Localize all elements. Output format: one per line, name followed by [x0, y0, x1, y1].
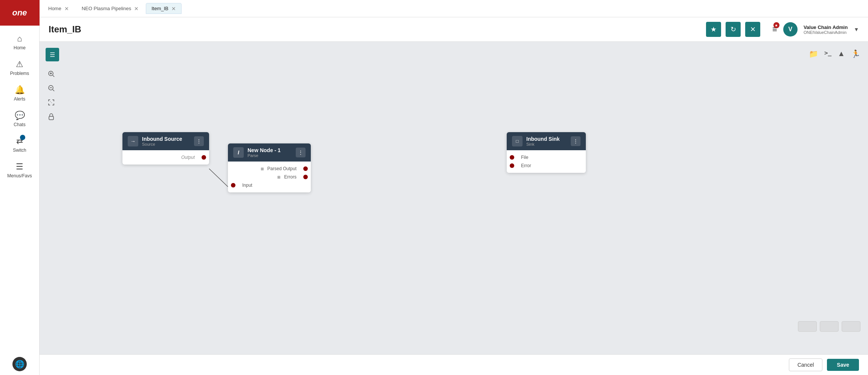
node-inbound-sink-menu[interactable]: ⋮	[571, 136, 581, 146]
menu-badge: ★	[773, 22, 779, 28]
svg-line-1	[53, 75, 54, 77]
footer-bar: Cancel Save	[40, 354, 868, 375]
user-username: ONEIValueChainAdmin	[804, 30, 848, 35]
node-new-node-1-body: ⊞ Parsed Output ⊞ Errors Input	[228, 162, 311, 192]
bell-icon: 🔔	[15, 85, 25, 95]
lock-button[interactable]	[46, 111, 57, 122]
node-inbound-source-header: → Inbound Source Source ⋮	[122, 132, 209, 150]
node-inbound-sink[interactable]: □ Inbound Sink Sink ⋮ File Error	[507, 132, 586, 173]
zoom-in-button[interactable]	[46, 68, 57, 79]
canvas-toolbar: ☰	[46, 48, 59, 61]
grid-icon-parsed: ⊞	[261, 167, 264, 171]
sidebar-item-alerts[interactable]: 🔔 Alerts	[0, 81, 39, 106]
node-inbound-sink-subtitle: Sink	[526, 142, 567, 146]
ghost-btn-2[interactable]	[820, 321, 839, 332]
file-label: File	[521, 155, 528, 160]
switch-badge	[20, 135, 25, 140]
sidebar: one ⌂ Home ⚠ Problems 🔔 Alerts 💬 Chats ⇄…	[0, 0, 40, 375]
input-port[interactable]	[231, 183, 235, 188]
sidebar-item-problems[interactable]: ⚠ Problems	[0, 55, 39, 81]
ghost-btn-3[interactable]	[842, 321, 860, 332]
errors-port[interactable]	[303, 175, 308, 179]
sidebar-item-user-avatar[interactable]: 🌐	[0, 352, 39, 375]
save-button[interactable]: Save	[827, 359, 859, 371]
input-label: Input	[242, 183, 252, 188]
sidebar-item-menus[interactable]: ☰ Menus/Favs	[0, 157, 39, 183]
star-button[interactable]: ★	[706, 22, 721, 37]
port-errors-row: ⊞ Errors	[233, 173, 306, 181]
output-port[interactable]	[202, 155, 206, 160]
home-icon: ⌂	[17, 34, 22, 44]
cancel-button[interactable]: Cancel	[789, 358, 823, 371]
zoom-out-button[interactable]	[46, 82, 57, 94]
parsed-output-port[interactable]	[303, 166, 308, 171]
run-icon[interactable]: 🏃	[850, 48, 862, 60]
canvas-container[interactable]: ☰ 📁 >_ ▲ 🏃	[40, 42, 868, 354]
file-port[interactable]	[510, 155, 514, 160]
error-port[interactable]	[510, 163, 514, 168]
svg-line-5	[53, 90, 54, 91]
sidebar-item-switch[interactable]: ⇄ Switch	[0, 132, 39, 157]
sidebar-label-alerts: Alerts	[14, 96, 26, 102]
user-name: Value Chain Admin	[804, 24, 848, 30]
tab-item-ib-label: Item_IB	[151, 6, 168, 11]
tab-item-ib-close[interactable]: ✕	[171, 6, 176, 11]
canvas-toolbar-right: 📁 >_ ▲ 🏃	[807, 48, 862, 60]
node-inbound-sink-header: □ Inbound Sink Sink ⋮	[507, 132, 586, 150]
error-label: Error	[521, 163, 531, 168]
sidebar-label-problems: Problems	[10, 71, 29, 76]
sidebar-item-chats[interactable]: 💬 Chats	[0, 106, 39, 132]
sidebar-label-chats: Chats	[14, 122, 25, 127]
node-inbound-source-menu[interactable]: ⋮	[194, 136, 204, 146]
terminal-icon[interactable]: >_	[823, 48, 833, 60]
tab-item-ib[interactable]: Item_IB ✕	[146, 3, 182, 14]
refresh-button[interactable]: ↻	[726, 22, 741, 37]
sidebar-label-menus: Menus/Favs	[7, 173, 32, 178]
port-file-row: File	[512, 153, 581, 162]
app-logo[interactable]: one	[0, 0, 40, 26]
port-input-row: Input	[233, 181, 306, 189]
node-inbound-sink-title-wrap: Inbound Sink Sink	[526, 136, 567, 146]
user-avatar: V	[783, 22, 798, 37]
svg-rect-8	[49, 116, 53, 120]
node-new-node-1-title-wrap: New Node - 1 Parse	[248, 147, 292, 158]
user-dropdown-arrow[interactable]: ▼	[854, 26, 859, 32]
menu-icon-wrap[interactable]: ≡ ★	[772, 24, 777, 34]
close-button[interactable]: ✕	[745, 22, 760, 37]
output-label: Output	[181, 155, 195, 160]
tab-neo[interactable]: NEO Plasma Pipelines ✕	[76, 3, 145, 14]
avatar-initials: V	[789, 26, 793, 33]
fit-screen-button[interactable]	[46, 97, 57, 108]
triangle-warning-icon[interactable]: ▲	[836, 48, 847, 60]
svg-line-9	[209, 169, 228, 187]
main-area: Home ✕ NEO Plasma Pipelines ✕ Item_IB ✕ …	[40, 0, 868, 375]
user-globe-icon: 🌐	[12, 357, 27, 371]
tab-home[interactable]: Home ✕	[43, 3, 75, 14]
canvas-list-button[interactable]: ☰	[46, 48, 59, 61]
node-inbound-source-title-wrap: Inbound Source Source	[142, 136, 190, 146]
node-inbound-source[interactable]: → Inbound Source Source ⋮ Output	[122, 132, 209, 165]
node-new-node-1-header: I New Node - 1 Parse ⋮	[228, 143, 311, 162]
folder-icon[interactable]: 📁	[807, 48, 820, 60]
node-inbound-source-icon: →	[128, 136, 138, 146]
tab-home-close[interactable]: ✕	[64, 6, 69, 11]
canvas-left-tools	[46, 68, 57, 122]
node-new-node-1-subtitle: Parse	[248, 153, 292, 158]
node-inbound-source-body: Output	[122, 150, 209, 165]
node-inbound-sink-icon: □	[512, 136, 523, 146]
tab-neo-close[interactable]: ✕	[134, 6, 139, 11]
tab-neo-label: NEO Plasma Pipelines	[82, 6, 131, 11]
node-new-node-1-menu[interactable]: ⋮	[296, 148, 306, 157]
ghost-btn-1[interactable]	[798, 321, 817, 332]
user-info: Value Chain Admin ONEIValueChainAdmin	[804, 24, 848, 35]
chat-icon: 💬	[15, 111, 25, 120]
sidebar-label-switch: Switch	[13, 148, 26, 153]
sidebar-item-home[interactable]: ⌂ Home	[0, 29, 39, 55]
node-new-node-1[interactable]: I New Node - 1 Parse ⋮ ⊞ Parsed Output ⊞…	[228, 143, 311, 192]
menus-icon: ☰	[16, 162, 23, 172]
grid-icon-errors: ⊞	[277, 175, 280, 179]
node-new-node-1-icon: I	[233, 147, 244, 158]
errors-label: Errors	[284, 174, 296, 180]
ghost-buttons	[798, 321, 860, 332]
tabs-bar: Home ✕ NEO Plasma Pipelines ✕ Item_IB ✕	[40, 0, 868, 17]
